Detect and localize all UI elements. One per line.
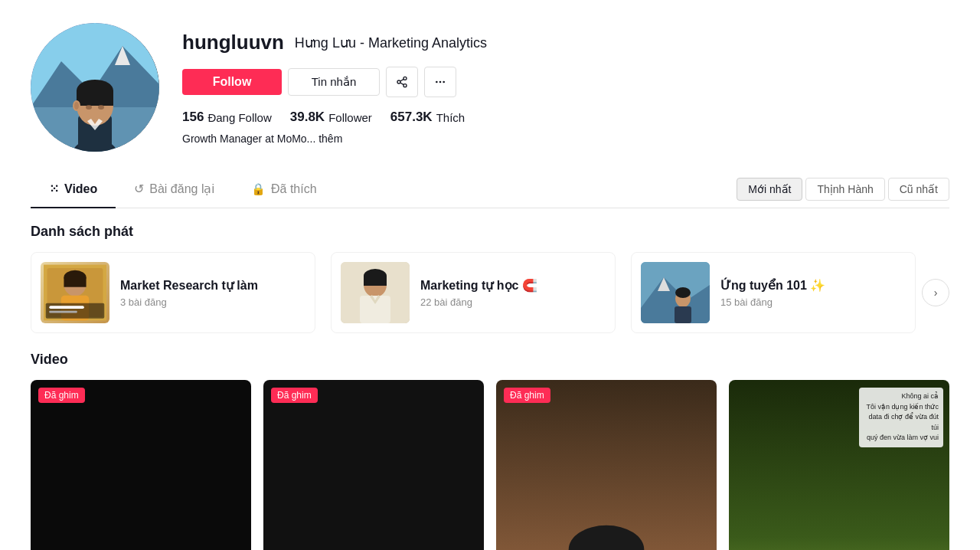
tab-liked[interactable]: 🔒 Đã thích [233,171,335,208]
playlist-title-3: Ứng tuyển 101 ✨ [720,278,825,293]
svg-rect-36 [360,296,390,323]
display-name: Hưng Lưu - Marketing Analytics [295,34,487,51]
tab-video[interactable]: ⁙ Video [31,171,116,208]
playlist-card-3[interactable]: Ứng tuyển 101 ✨ 15 bài đăng [631,252,916,333]
share-icon [396,75,408,89]
tab-repost[interactable]: ↺ Bài đăng lại [116,171,233,208]
video-badge-2: Đã ghim [271,388,318,403]
svg-point-42 [675,287,691,298]
playlist-title-1: Market Research tự làm [120,278,258,293]
message-button[interactable]: Tin nhắn [288,68,380,96]
playlist-title-2: Marketing tự học 🧲 [420,278,537,293]
playlist-thumb-3 [641,262,710,323]
playlists-row: Market Research tự làm 3 bài đăng [31,252,949,333]
stat-followers[interactable]: 39.8K Follower [290,110,372,125]
action-buttons: Follow Tin nhắn [182,67,949,97]
playlist-card-2[interactable]: Marketing tự học 🧲 22 bài đăng [331,252,616,333]
svg-rect-9 [77,90,113,106]
playlist-info-2: Marketing tự học 🧲 22 bài đăng [420,278,537,308]
video-card-3[interactable]: Đã ghim [496,380,717,550]
following-label: Đang Follow [207,111,271,124]
liked-tab-icon: 🔒 [251,182,266,196]
videos-title: Video [31,352,949,368]
bio-more-button[interactable]: thêm [318,133,342,145]
videos-grid: Đã ghim ✦ ✦ ✦ Đã [31,380,949,550]
bio-row: Growth Manager at MoMo... thêm [182,133,949,145]
tabs-left: ⁙ Video ↺ Bài đăng lại 🔒 Đã thích [31,170,335,208]
playlist-thumb-2 [341,262,410,323]
video-thumb-4: TODAY Không ai cảTôi vận dụng kiến thứcd… [729,380,949,550]
video-tab-label: Video [64,182,97,196]
playlist-info-1: Market Research tự làm 3 bài đăng [120,278,258,308]
avatar-container [31,23,159,152]
sort-oldest-button[interactable]: Cũ nhất [888,178,949,201]
svg-point-47 [569,525,645,550]
videos-section: Video Đã ghim ✦ ✦ ✦ [31,352,949,550]
profile-info: hungluuvn Hưng Lưu - Marketing Analytics… [182,23,949,145]
playlists-container: Market Research tự làm 3 bài đăng [31,252,916,333]
profile-header: hungluuvn Hưng Lưu - Marketing Analytics… [31,23,949,170]
svg-rect-35 [364,276,387,286]
more-icon [434,75,446,89]
tabs-right: Mới nhất Thịnh Hành Cũ nhất [737,178,949,201]
video-thumb-3: Đã ghim [496,380,717,550]
followers-count: 39.8K [290,110,325,125]
username: hungluuvn [182,31,284,54]
svg-point-12 [86,105,92,110]
playlist-next-button[interactable]: › [922,279,949,306]
playlists-section: Danh sách phát [31,224,949,333]
svg-point-16 [397,80,400,83]
followers-label: Follower [328,111,372,124]
video-tab-icon: ⁙ [49,182,59,196]
sort-trending-button[interactable]: Thịnh Hành [805,178,884,201]
repost-tab-label: Bài đăng lại [149,182,214,196]
video-card-2[interactable]: Đã ghim [263,380,484,550]
playlist-card[interactable]: Market Research tự làm 3 bài đăng [31,252,315,333]
share-button[interactable] [386,67,418,97]
stat-likes[interactable]: 657.3K Thích [390,110,465,125]
playlist-count-2: 22 bài đăng [420,296,537,308]
svg-rect-31 [49,311,77,313]
liked-tab-label: Đã thích [271,182,317,196]
repost-tab-icon: ↺ [134,182,144,196]
svg-point-20 [436,81,438,83]
video-overlay-text-4: Không ai cảTôi vận dụng kiến thứcdata đi… [859,388,943,447]
likes-label: Thích [436,111,466,124]
tabs-section: ⁙ Video ↺ Bài đăng lại 🔒 Đã thích Mới nh… [31,170,949,208]
playlist-count-3: 15 bài đăng [720,296,825,308]
svg-point-17 [403,84,407,87]
video-thumb-1: Đã ghim ✦ ✦ ✦ [31,380,251,550]
sort-newest-button[interactable]: Mới nhất [737,178,802,201]
follow-button[interactable]: Follow [182,69,282,95]
svg-point-15 [403,77,407,80]
svg-point-22 [443,81,445,83]
svg-line-19 [400,79,404,81]
content-section: Danh sách phát [31,208,949,550]
svg-point-11 [74,102,79,110]
playlist-count-1: 3 bài đăng [120,296,258,308]
svg-point-21 [439,81,442,83]
following-count: 156 [182,110,204,125]
bio-text: Growth Manager at MoMo... [182,133,315,145]
playlists-title: Danh sách phát [31,224,949,240]
playlist-info-3: Ứng tuyển 101 ✨ 15 bài đăng [720,278,825,308]
video-badge-1: Đã ghim [38,388,85,403]
svg-point-13 [98,105,104,110]
video-card-1[interactable]: Đã ghim ✦ ✦ ✦ [31,380,251,550]
avatar [31,23,159,152]
svg-rect-30 [49,306,84,309]
more-options-button[interactable] [424,67,456,97]
stats-row: 156 Đang Follow 39.8K Follower 657.3K Th… [182,110,949,125]
svg-rect-43 [675,306,691,323]
svg-line-18 [400,83,404,85]
video-card-4[interactable]: TODAY Không ai cảTôi vận dụng kiến thứcd… [729,380,949,550]
video-badge-3: Đã ghim [504,388,550,403]
video-thumb-2: Đã ghim [263,380,484,550]
likes-count: 657.3K [390,110,433,125]
playlist-thumb-1 [41,262,109,323]
stat-following[interactable]: 156 Đang Follow [182,110,272,125]
svg-rect-27 [64,277,86,287]
username-row: hungluuvn Hưng Lưu - Marketing Analytics [182,31,949,54]
